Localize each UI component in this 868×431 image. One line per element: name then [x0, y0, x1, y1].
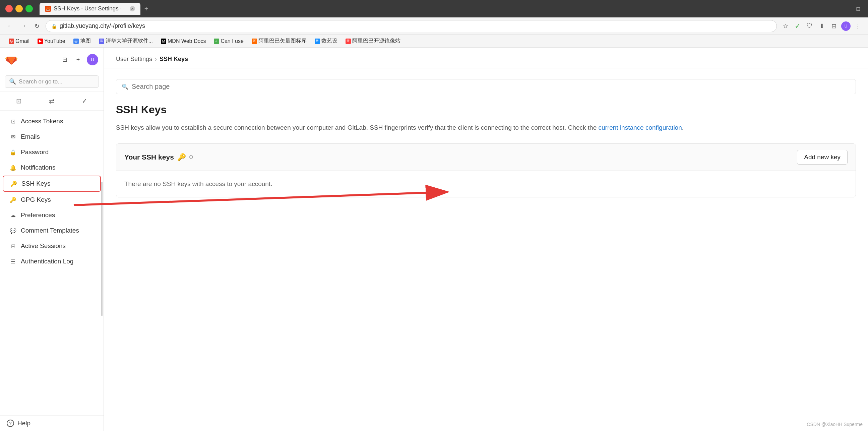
bookmark-star-button[interactable]: ☆ — [781, 22, 790, 31]
sidebar-item-active-sessions[interactable]: ⊟ Active Sessions — [3, 239, 101, 253]
expand-button[interactable]: ⊟ — [853, 4, 863, 13]
layout-button[interactable]: ⊟ — [829, 22, 838, 31]
bookmark-maps[interactable]: ◎ 地图 — [70, 36, 94, 46]
youtube-label: YouTube — [44, 38, 65, 44]
description-text-2: . — [682, 124, 684, 131]
url-display: gitlab.yueyang.city/-/profile/keys — [60, 23, 145, 30]
sidebar-item-gpg-keys[interactable]: 🔑 GPG Keys — [3, 192, 101, 207]
tab-title: SSH Keys · User Settings · · — [54, 5, 125, 12]
comment-templates-label: Comment Templates — [21, 227, 79, 234]
lock-icon: 🔒 — [51, 24, 57, 29]
new-tab-button[interactable]: + — [142, 4, 151, 13]
sidebar-item-ssh-keys[interactable]: 🔑 SSH Keys — [3, 176, 101, 192]
refresh-button[interactable]: ↻ — [32, 22, 41, 31]
search-placeholder: Search or go to... — [19, 79, 62, 85]
canuse-label: Can I use — [220, 38, 243, 44]
gpg-keys-icon: 🔑 — [9, 196, 17, 204]
forward-button[interactable]: → — [19, 22, 28, 31]
access-tokens-icon: ⊡ — [9, 118, 17, 125]
bookmark-alibaba-icon[interactable]: 阿 阿里巴巴矢量图标库 — [248, 36, 310, 46]
download-button[interactable]: ⬇ — [817, 22, 827, 31]
sidebar-nav-tasks[interactable]: ✓ — [76, 94, 93, 107]
main-content: User Settings › SSH Keys 🔍 SSH Keys S — [104, 48, 868, 431]
page-search: 🔍 — [116, 79, 856, 94]
preferences-label: Preferences — [21, 212, 55, 219]
breadcrumb: User Settings › SSH Keys — [104, 48, 868, 68]
sidebar-scrollbar — [101, 182, 102, 316]
sidebar-add-button[interactable]: + — [73, 55, 83, 64]
comment-templates-icon: 💬 — [9, 227, 17, 234]
alibaba-icon-label: 阿里巴巴矢量图标库 — [258, 37, 307, 44]
checkmark-button[interactable]: ✓ — [793, 22, 802, 31]
authentication-log-icon: ☰ — [9, 258, 17, 265]
password-label: Password — [21, 149, 49, 156]
sidebar-toggle-button[interactable]: ⊟ — [60, 55, 69, 64]
help-link[interactable]: ? Help — [7, 420, 97, 427]
sidebar-nav-icons: ⊡ ⇄ ✓ — [0, 92, 103, 111]
key-count: 0 — [189, 154, 193, 161]
bookmark-shejiyun[interactable]: 数 数艺设 — [311, 36, 341, 46]
maximize-button[interactable] — [26, 5, 33, 12]
sidebar-search-box[interactable]: 🔍 Search or go to... — [5, 75, 99, 88]
close-button[interactable] — [5, 5, 13, 12]
tsinghua-label: 清华大学开源软件... — [105, 37, 153, 44]
ssh-keys-icon: 🔑 — [10, 180, 18, 187]
mdn-favicon: M — [161, 38, 166, 44]
shejiyun-label: 数艺设 — [321, 37, 338, 44]
active-tab[interactable]: 🦊 SSH Keys · User Settings · · ✕ — [39, 3, 141, 15]
sidebar-nav-merges[interactable]: ⇄ — [43, 94, 60, 107]
access-tokens-label: Access Tokens — [21, 118, 63, 125]
alibaba-icon-favicon: 阿 — [252, 38, 257, 44]
active-sessions-label: Active Sessions — [21, 242, 66, 250]
bookmark-mirror[interactable]: 开 阿里巴巴开源镜像站 — [342, 36, 404, 46]
sidebar-nav-issues[interactable]: ⊡ — [11, 94, 28, 107]
bookmark-canuse[interactable]: ✓ Can I use — [211, 37, 247, 45]
tab-favicon: 🦊 — [45, 6, 51, 12]
bookmark-gmail[interactable]: G Gmail — [5, 37, 33, 45]
ssh-keys-label: SSH Keys — [22, 180, 51, 187]
mirror-favicon: 开 — [345, 38, 351, 44]
menu-button[interactable]: ⋮ — [853, 22, 863, 31]
shejiyun-favicon: 数 — [315, 38, 320, 44]
notifications-icon: 🔔 — [9, 164, 17, 171]
sidebar-item-comment-templates[interactable]: 💬 Comment Templates — [3, 223, 101, 238]
maps-label: 地图 — [80, 37, 91, 44]
gpg-keys-label: GPG Keys — [21, 196, 51, 204]
sidebar: ⊟ + U 🔍 Search or go to... ⊡ ⇄ ✓ — [0, 48, 104, 431]
sidebar-item-notifications[interactable]: 🔔 Notifications — [3, 160, 101, 175]
sidebar-user-avatar[interactable]: U — [87, 54, 98, 65]
bookmarks-bar: G Gmail ▶ YouTube ◎ 地图 清 清华大学开源软件... M M… — [0, 35, 868, 48]
ssh-keys-header: Your SSH keys 🔑 0 Add new key — [116, 144, 856, 171]
sidebar-item-access-tokens[interactable]: ⊡ Access Tokens — [3, 114, 101, 129]
sidebar-item-emails[interactable]: ✉ Emails — [3, 129, 101, 144]
sidebar-item-authentication-log[interactable]: ☰ Authentication Log — [3, 254, 101, 269]
back-button[interactable]: ← — [5, 22, 15, 31]
sidebar-header: ⊟ + U — [0, 48, 103, 72]
bookmark-mdn[interactable]: M MDN Web Docs — [157, 37, 209, 45]
breadcrumb-separator: › — [155, 56, 157, 63]
page-description: SSH keys allow you to establish a secure… — [116, 123, 856, 133]
ssh-keys-section: Your SSH keys 🔑 0 Add new key There are … — [116, 144, 856, 197]
minimize-button[interactable] — [16, 5, 23, 12]
page-search-input[interactable] — [132, 83, 850, 91]
user-avatar-nav[interactable]: U — [841, 22, 850, 31]
shield-button[interactable]: 🛡 — [805, 22, 814, 31]
address-bar[interactable]: 🔒 gitlab.yueyang.city/-/profile/keys — [45, 20, 777, 32]
tab-close-button[interactable]: ✕ — [130, 6, 135, 11]
add-new-key-button[interactable]: Add new key — [797, 150, 847, 164]
sidebar-item-preferences[interactable]: ☁ Preferences — [3, 208, 101, 222]
password-icon: 🔒 — [9, 149, 17, 156]
bookmark-youtube[interactable]: ▶ YouTube — [34, 37, 69, 45]
sidebar-item-password[interactable]: 🔒 Password — [3, 145, 101, 159]
preferences-icon: ☁ — [9, 212, 17, 219]
gitlab-logo[interactable] — [5, 53, 18, 66]
page-title: SSH Keys — [116, 103, 856, 116]
help-label: Help — [18, 420, 31, 427]
sidebar-actions: ⊟ + U — [60, 54, 98, 65]
config-link[interactable]: current instance configuration — [598, 124, 682, 131]
mirror-label: 阿里巴巴开源镜像站 — [352, 37, 401, 44]
tab-bar: 🦊 SSH Keys · User Settings · · ✕ + — [39, 3, 850, 15]
bookmark-tsinghua[interactable]: 清 清华大学开源软件... — [95, 36, 156, 46]
search-icon: 🔍 — [9, 78, 16, 85]
breadcrumb-parent-link[interactable]: User Settings — [116, 56, 152, 63]
